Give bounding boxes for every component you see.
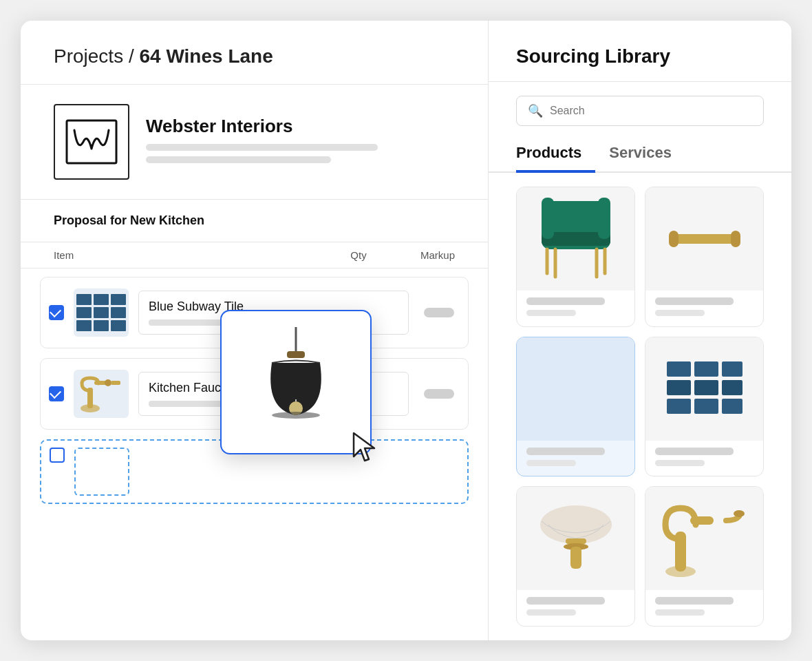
- tile-cell: [76, 307, 92, 318]
- tile-cell: [76, 294, 92, 305]
- svg-point-4: [105, 379, 111, 386]
- svg-rect-8: [542, 198, 554, 239]
- svg-rect-32: [690, 516, 714, 525]
- svg-point-39: [272, 412, 320, 419]
- product-name-bar: [655, 297, 734, 305]
- product-card-img-table: [517, 487, 634, 590]
- product-price-bar: [655, 609, 705, 616]
- svg-rect-27: [566, 538, 586, 544]
- products-grid: [489, 173, 791, 640]
- svg-rect-36: [287, 351, 305, 358]
- drop-checkbox[interactable]: [50, 448, 65, 463]
- item-1-qty: [418, 308, 460, 317]
- dashed-content: [74, 448, 459, 496]
- firm-detail-1: [146, 144, 378, 151]
- product-card-info-blue-tile: [645, 441, 763, 473]
- product-card-img-blue-tile: [645, 337, 763, 441]
- svg-rect-18: [694, 361, 718, 377]
- tab-services[interactable]: Services: [609, 137, 685, 173]
- svg-rect-0: [67, 120, 116, 163]
- col-markup-header: Markup: [386, 249, 455, 261]
- product-card-chair[interactable]: [516, 187, 635, 327]
- product-price-bar: [526, 460, 576, 466]
- svg-rect-19: [722, 361, 742, 377]
- qty-pill: [424, 308, 454, 317]
- svg-rect-22: [722, 380, 742, 395]
- product-card-img-handle: [645, 187, 763, 291]
- tabs-row: Products Services: [489, 137, 791, 173]
- search-bar[interactable]: 🔍: [516, 96, 764, 126]
- firm-logo-svg: [64, 118, 119, 166]
- product-card-info-faucet2: [645, 590, 763, 622]
- breadcrumb: Projects / 64 Wines Lane: [54, 45, 455, 67]
- tile-cell: [94, 294, 109, 305]
- product-card-info-pendant: [517, 441, 634, 473]
- tile-cell: [111, 320, 126, 331]
- product-card-table[interactable]: [516, 486, 635, 627]
- pendant-lamp-svg: [251, 327, 341, 437]
- item-2-qty: [418, 389, 460, 399]
- search-icon: 🔍: [528, 103, 543, 118]
- product-card-faucet2[interactable]: [645, 486, 764, 627]
- svg-rect-15: [669, 231, 679, 247]
- product-card-blue-tile[interactable]: [645, 337, 764, 477]
- product-name-bar: [526, 448, 605, 455]
- handle-svg: [663, 211, 746, 266]
- product-card-img-faucet2: [645, 487, 763, 590]
- svg-rect-25: [722, 399, 742, 414]
- right-header: Sourcing Library: [489, 21, 791, 82]
- tile-cell: [111, 294, 126, 305]
- firm-name: Webster Interiors: [146, 116, 455, 137]
- svg-rect-14: [669, 234, 740, 244]
- item-2-checkbox[interactable]: [49, 386, 64, 401]
- svg-rect-9: [598, 198, 610, 239]
- item-1-image: [74, 288, 129, 337]
- tile-cell: [76, 320, 92, 331]
- firm-card: Webster Interiors: [21, 85, 488, 200]
- blue-tile-card-svg: [663, 358, 746, 420]
- proposal-title: Proposal for New Kitchen: [54, 213, 455, 228]
- tile-cell: [94, 307, 109, 318]
- item-2-image: [74, 370, 129, 418]
- svg-rect-16: [731, 231, 740, 247]
- tab-products[interactable]: Products: [516, 137, 595, 173]
- tile-cell: [111, 307, 126, 318]
- svg-rect-29: [570, 547, 581, 569]
- product-name-bar: [655, 448, 734, 455]
- product-card-info-chair: [517, 291, 634, 323]
- product-name-bar: [526, 597, 605, 605]
- search-input[interactable]: [550, 105, 752, 117]
- svg-point-34: [734, 510, 745, 517]
- firm-logo: [54, 104, 129, 180]
- col-qty-header: Qty: [331, 249, 386, 261]
- svg-rect-20: [667, 380, 691, 395]
- proposal-section: Proposal for New Kitchen: [21, 200, 488, 242]
- item-1-checkbox[interactable]: [49, 305, 64, 320]
- svg-rect-23: [667, 399, 691, 414]
- product-card-pendant[interactable]: [516, 337, 635, 477]
- right-panel: Sourcing Library 🔍 Products Services: [489, 21, 791, 640]
- product-card-img-chair: [517, 187, 634, 291]
- faucet-icon: [78, 374, 125, 414]
- tile-cell: [94, 320, 109, 331]
- firm-info: Webster Interiors: [146, 116, 455, 169]
- product-name-bar: [526, 297, 605, 305]
- product-price-bar: [655, 310, 705, 316]
- left-header: Projects / 64 Wines Lane: [21, 21, 488, 85]
- tile-image: [76, 294, 126, 331]
- table-header: Item Qty Markup: [21, 242, 488, 269]
- qty-pill: [424, 389, 454, 399]
- sourcing-title: Sourcing Library: [516, 45, 764, 67]
- product-card-handle[interactable]: [645, 187, 764, 327]
- product-name-bar: [655, 597, 734, 605]
- svg-rect-5: [111, 381, 120, 385]
- drag-overlay: [220, 310, 372, 454]
- chair-svg: [535, 194, 617, 284]
- product-price-bar: [655, 460, 705, 466]
- product-card-info-handle: [645, 291, 763, 323]
- svg-rect-21: [694, 380, 718, 395]
- firm-detail-2: [146, 156, 331, 163]
- col-item-header: Item: [54, 249, 331, 261]
- main-container: Projects / 64 Wines Lane Webster Interio…: [21, 21, 791, 640]
- breadcrumb-project: 64 Wines Lane: [139, 45, 273, 67]
